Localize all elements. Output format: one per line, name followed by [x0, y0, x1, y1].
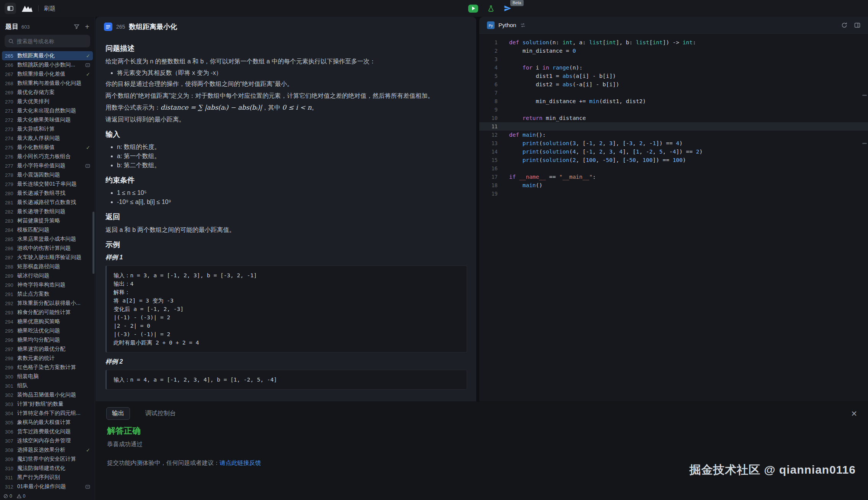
code-line[interactable]: 4 for i in range(n):	[479, 63, 868, 72]
problem-list-item[interactable]: 302装饰品丑陋值最小化问题	[2, 390, 93, 400]
problem-title: 火车驶入驶出顺序验证问题	[17, 254, 90, 261]
switch-language-icon[interactable]	[520, 23, 526, 28]
code-line[interactable]: 10 return min_distance	[479, 114, 868, 122]
code-line[interactable]: 16	[479, 164, 868, 173]
layout-icon[interactable]	[854, 22, 860, 28]
code-line[interactable]: 2 min_distance = 0	[479, 47, 868, 55]
problem-list-item[interactable]: 289破冰行动问题	[2, 271, 93, 280]
search-input[interactable]	[17, 38, 86, 44]
problem-list-item[interactable]: 265数组距离最小化✓	[2, 51, 93, 60]
problem-title: 连续空闲内存合并管理	[17, 437, 90, 444]
problem-list-item[interactable]: 292算珠重新分配以获得最小...	[2, 299, 93, 308]
test-button[interactable]	[487, 5, 495, 12]
problem-list-item[interactable]: 268数组重构与差值最小化问题	[2, 79, 93, 88]
problem-list-item[interactable]: 294糖果优惠购买策略	[2, 317, 93, 326]
problem-list-item[interactable]: 273最大异或和计算	[2, 125, 93, 134]
search-icon	[8, 39, 14, 44]
problem-list-item[interactable]: 287火车驶入驶出顺序验证问题	[2, 253, 93, 262]
problem-title: 最小震荡因数问题	[17, 172, 90, 178]
problem-list-item[interactable]: 270最大优美排列	[2, 97, 93, 106]
problem-list-item[interactable]: 286游戏中的伤害计算问题	[2, 244, 93, 253]
problem-list-item[interactable]: 278最小震荡因数问题	[2, 170, 93, 180]
sidebar-toggle-icon[interactable]	[5, 3, 16, 14]
code-line[interactable]: 5 dist1 = abs(a[i] - b[i])	[479, 72, 868, 80]
problem-list-item[interactable]: 303计算“好数组”的数量	[2, 400, 93, 409]
problem-list-item[interactable]: 311黑产行为序列识别	[2, 473, 93, 482]
example1-label: 样例 1	[105, 254, 467, 262]
problem-list-item[interactable]: 285水果店果篮最小成本问题	[2, 235, 93, 244]
problem-list-item[interactable]: 276最小同长巧克力板组合	[2, 152, 93, 161]
problem-list-item[interactable]: 3130-1段的最大价值问题	[2, 491, 93, 492]
code-line[interactable]: 18 main()	[479, 181, 868, 189]
code-line[interactable]: 3	[479, 55, 868, 63]
code-line[interactable]: 15 print(solution(2, [100, -50], [-50, 1…	[479, 156, 868, 164]
problem-list-item[interactable]: 284模板匹配问题	[2, 225, 93, 235]
problem-list-item[interactable]: 271最大化未出现自然数问题	[2, 106, 93, 115]
problem-list-item[interactable]: 295糖果吃法优化问题	[2, 326, 93, 335]
problem-list-item[interactable]: 307连续空闲内存合并管理	[2, 436, 93, 445]
juejin-logo-icon[interactable]	[21, 5, 33, 12]
problem-list-item[interactable]: 269最优化存储方案	[2, 88, 93, 97]
run-button[interactable]	[468, 5, 478, 13]
problem-list-item[interactable]: 297糖果迷宫的最优分配	[2, 345, 93, 354]
errors-status[interactable]: 0	[3, 494, 12, 499]
filter-icon[interactable]	[74, 24, 79, 29]
problem-list-item[interactable]: 304计算特定条件下的四元组...	[2, 409, 93, 418]
problem-list-item[interactable]: 272最大化糖果美味值问题	[2, 115, 93, 125]
problem-list-item[interactable]: 310魔法防御塔建造优化	[2, 464, 93, 473]
problem-list-item[interactable]: 300组装电脑	[2, 372, 93, 381]
problem-list-item[interactable]: 299红色格子染色方案数计算	[2, 363, 93, 372]
problem-title: 红色格子染色方案数计算	[17, 364, 90, 371]
code-editor[interactable]: 1def solution(n: int, a: list[int], b: l…	[479, 34, 868, 401]
scrollbar-thumb[interactable]	[92, 212, 94, 274]
tab-output[interactable]: 输出	[106, 407, 130, 420]
problem-list-item[interactable]: 305象棋马的最大权值计算	[2, 418, 93, 427]
problem-panel: 265 数组距离最小化 问题描述 给定两个长度为 n 的整数数组 a 和 b，你…	[96, 17, 476, 401]
add-icon[interactable]: +	[85, 23, 89, 31]
code-line[interactable]: 1def solution(n: int, a: list[int], b: l…	[479, 38, 868, 47]
problem-list-item[interactable]: 266数组跳跃的最小步数问...	[2, 60, 93, 70]
code-text: print(solution(2, [100, -50], [-50, 100]…	[498, 156, 686, 164]
problem-title: 货车过路费最优化问题	[17, 428, 90, 435]
feedback-link[interactable]: 请点此链接反馈	[220, 460, 261, 466]
problem-list-item[interactable]: 309魔幻世界中的安全区计算	[2, 455, 93, 464]
problem-list-item[interactable]: 298素数元素的统计	[2, 354, 93, 363]
code-line[interactable]: 11	[479, 122, 868, 131]
problem-list-item[interactable]: 283树苗健康提升策略	[2, 216, 93, 225]
code-line[interactable]: 17if __name__ == "__main__":	[479, 173, 868, 181]
problem-list-item[interactable]: 274最大敌人俘获问题	[2, 134, 93, 143]
problem-number: 283	[5, 218, 17, 224]
problem-list-item[interactable]: 31201串最小化操作问题	[2, 482, 93, 491]
problem-title: 数组距离最小化	[17, 52, 84, 59]
problem-list-item[interactable]: 308选择题反选效果分析✓	[2, 445, 93, 455]
problem-list-item[interactable]: 306货车过路费最优化问题	[2, 427, 93, 436]
problem-list-item[interactable]: 290神奇字符串构造问题	[2, 280, 93, 290]
problem-list-item[interactable]: 281最长递减路径节点数查找	[2, 198, 93, 207]
problem-list-item[interactable]: 280最长递减子数组寻找	[2, 189, 93, 198]
code-line[interactable]: 9	[479, 105, 868, 114]
problem-list-item[interactable]: 301组队	[2, 381, 93, 390]
problem-list-item[interactable]: 275最小化数组极值✓	[2, 143, 93, 152]
problem-list-item[interactable]: 277最小字符串价值问题	[2, 161, 93, 170]
code-line[interactable]: 7	[479, 89, 868, 97]
code-line[interactable]: 8 min_distance += min(dist1, dist2)	[479, 97, 868, 105]
problem-list-item[interactable]: 293粮食分配的可能性计算	[2, 308, 93, 317]
tab-debug-console[interactable]: 调试控制台	[140, 408, 181, 419]
code-line[interactable]: 6 dist2 = abs(-a[i] - b[i])	[479, 80, 868, 89]
close-icon[interactable]: ✕	[851, 410, 857, 417]
warnings-status[interactable]: 0	[17, 494, 26, 499]
reset-code-icon[interactable]	[841, 22, 847, 28]
problem-list-item[interactable]: 282最长递增子数组问题	[2, 207, 93, 216]
problem-list-item[interactable]: 267数组重排最小化差值✓	[2, 70, 93, 79]
code-line[interactable]: 19	[479, 189, 868, 198]
code-text: dist2 = abs(-a[i] - b[i])	[498, 80, 619, 89]
problem-list-item[interactable]: 296糖果均匀分配问题	[2, 335, 93, 345]
problem-list-item[interactable]: 279最长连续交替01子串问题	[2, 180, 93, 189]
submit-button[interactable]: Beta	[504, 5, 511, 12]
code-line[interactable]: 13 print(solution(3, [-1, 2, 3], [-3, 2,…	[479, 139, 868, 147]
problem-list-item[interactable]: 288矩形棋盘路径问题	[2, 262, 93, 271]
code-line[interactable]: 14 print(solution(4, [-1, 2, 3, 4], [1, …	[479, 147, 868, 156]
overview-ruler-mark	[862, 143, 867, 144]
problem-list-item[interactable]: 291禁止点方案数	[2, 290, 93, 299]
code-line[interactable]: 12def main():	[479, 131, 868, 139]
